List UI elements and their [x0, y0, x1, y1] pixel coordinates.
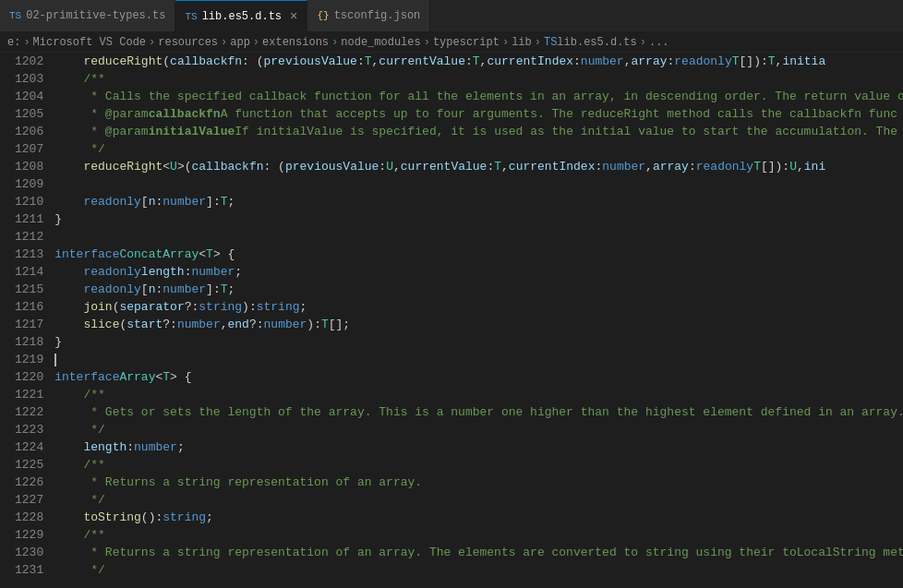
ln-1207: 1207 [15, 140, 43, 158]
code-line-1203: /** [54, 70, 903, 88]
code-line-1207: */ [54, 140, 903, 158]
ln-1203: 1203 [15, 70, 43, 88]
code-line-1217: slice(start?: number, end?: number): T[]… [54, 316, 903, 333]
code-content: reduceRight(callbackfn: (previousValue: … [51, 53, 903, 588]
ln-1210: 1210 [15, 193, 43, 210]
code-line-1228: toString(): string; [54, 509, 903, 526]
code-line-1220: interface Array<T> { [54, 368, 903, 386]
code-line-1213: interface ConcatArray<T> { [54, 246, 903, 263]
code-line-1210: readonly [n: number]: T; [54, 193, 903, 210]
ln-1223: 1223 [15, 421, 43, 438]
tab-label-1: 02-primitive-types.ts [26, 9, 165, 22]
code-line-1219 [54, 351, 903, 368]
ln-1209: 1209 [15, 175, 43, 193]
ln-1215: 1215 [15, 281, 43, 298]
code-area: 1202 1203 1204 1205 1206 1207 1208 1209 … [0, 53, 903, 588]
code-line-1222: * Gets or sets the length of the array. … [54, 403, 903, 421]
code-line-1224: length: number; [54, 438, 903, 456]
ln-1208: 1208 [15, 158, 43, 175]
ln-1230: 1230 [15, 544, 43, 561]
code-line-1218: } [54, 333, 903, 351]
ln-1227: 1227 [15, 491, 43, 509]
tab-close-icon[interactable]: × [290, 10, 297, 23]
ln-1225: 1225 [15, 456, 43, 474]
code-line-1211: } [54, 210, 903, 228]
code-line-1215: readonly [n: number]: T; [54, 281, 903, 298]
ts-icon-1: TS [9, 10, 21, 21]
code-line-1216: join(separator?: string): string; [54, 298, 903, 316]
code-line-1208: reduceRight<U>(callbackfn: (previousValu… [54, 158, 903, 175]
json-icon: {} [317, 10, 329, 21]
editor: 1202 1203 1204 1205 1206 1207 1208 1209 … [0, 53, 903, 588]
tab-tsconfig[interactable]: {} tsconfig.json [307, 0, 430, 32]
code-line-1209 [54, 175, 903, 193]
code-line-1227: */ [54, 491, 903, 509]
ln-1211: 1211 [15, 210, 43, 228]
ln-1228: 1228 [15, 509, 43, 526]
ln-1204: 1204 [15, 88, 43, 105]
code-line-1226: * Returns a string representation of an … [54, 474, 903, 491]
tab-bar: TS 02-primitive-types.ts TS lib.es5.d.ts… [0, 0, 903, 32]
ln-1222: 1222 [15, 403, 43, 421]
code-line-1223: */ [54, 421, 903, 438]
tab-02-primitive[interactable]: TS 02-primitive-types.ts [0, 0, 175, 32]
ln-1205: 1205 [15, 105, 43, 123]
code-line-1214: readonly length: number; [54, 263, 903, 281]
ln-1213: 1213 [15, 246, 43, 263]
code-line-1204: * Calls the specified callback function … [54, 88, 903, 105]
code-line-1229: /** [54, 526, 903, 544]
ln-1218: 1218 [15, 333, 43, 351]
ln-1220: 1220 [15, 368, 43, 386]
code-line-1221: /** [54, 386, 903, 403]
ln-1221: 1221 [15, 386, 43, 403]
ln-1212: 1212 [15, 228, 43, 246]
breadcrumb: e: › Microsoft VS Code › resources › app… [0, 32, 903, 53]
code-line-1231: */ [54, 561, 903, 579]
tab-lib-es5[interactable]: TS lib.es5.d.ts × [175, 0, 307, 32]
tab-label-2: lib.es5.d.ts [202, 10, 282, 23]
code-line-1225: /** [54, 456, 903, 474]
code-line-1205: * @param callbackfn A function that acce… [54, 105, 903, 123]
line-numbers: 1202 1203 1204 1205 1206 1207 1208 1209 … [0, 53, 51, 588]
code-line-1206: * @param initialValue If initialValue is… [54, 123, 903, 140]
ln-1202: 1202 [15, 53, 43, 70]
ln-1206: 1206 [15, 123, 43, 140]
ts-icon-2: TS [185, 11, 197, 22]
code-line-1202: reduceRight(callbackfn: (previousValue: … [54, 53, 903, 70]
code-line-1212 [54, 228, 903, 246]
ln-1229: 1229 [15, 526, 43, 544]
ln-1226: 1226 [15, 474, 43, 491]
tab-label-3: tsconfig.json [334, 9, 421, 22]
ln-1219: 1219 [15, 351, 43, 368]
ln-1231: 1231 [15, 561, 43, 579]
ln-1224: 1224 [15, 438, 43, 456]
ln-1216: 1216 [15, 298, 43, 316]
code-line-1230: * Returns a string representation of an … [54, 544, 903, 561]
ln-1214: 1214 [15, 263, 43, 281]
ln-1217: 1217 [15, 316, 43, 333]
